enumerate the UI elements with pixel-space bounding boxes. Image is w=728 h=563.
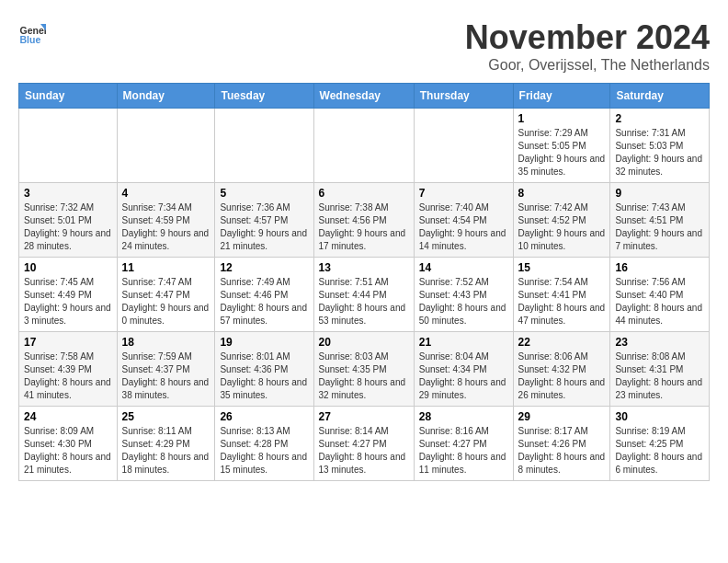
day-number: 20: [319, 336, 409, 349]
weekday-header-friday: Friday: [513, 84, 610, 109]
day-info: Sunrise: 8:19 AM Sunset: 4:25 PM Dayligh…: [615, 425, 704, 477]
day-info: Sunrise: 8:13 AM Sunset: 4:28 PM Dayligh…: [220, 425, 308, 477]
day-info: Sunrise: 7:31 AM Sunset: 5:03 PM Dayligh…: [615, 127, 704, 178]
calendar-cell: 26Sunrise: 8:13 AM Sunset: 4:28 PM Dayli…: [215, 407, 313, 481]
weekday-header-wednesday: Wednesday: [313, 84, 414, 109]
calendar-cell: 9Sunrise: 7:43 AM Sunset: 4:51 PM Daylig…: [610, 183, 710, 258]
logo: General Blue: [18, 18, 46, 46]
calendar-cell: 7Sunrise: 7:40 AM Sunset: 4:54 PM Daylig…: [414, 183, 513, 258]
day-number: 19: [220, 336, 308, 349]
calendar-cell: 4Sunrise: 7:34 AM Sunset: 4:59 PM Daylig…: [117, 183, 215, 258]
day-info: Sunrise: 7:47 AM Sunset: 4:47 PM Dayligh…: [122, 276, 210, 327]
day-info: Sunrise: 7:42 AM Sunset: 4:52 PM Dayligh…: [518, 201, 606, 253]
day-number: 21: [419, 336, 508, 349]
day-info: Sunrise: 7:29 AM Sunset: 5:05 PM Dayligh…: [518, 127, 606, 178]
day-number: 1: [518, 112, 606, 125]
calendar-week-row: 24Sunrise: 8:09 AM Sunset: 4:30 PM Dayli…: [19, 407, 710, 481]
calendar-cell: 21Sunrise: 8:04 AM Sunset: 4:34 PM Dayli…: [414, 332, 513, 407]
day-info: Sunrise: 7:36 AM Sunset: 4:57 PM Dayligh…: [220, 201, 308, 253]
day-info: Sunrise: 8:17 AM Sunset: 4:26 PM Dayligh…: [518, 425, 606, 477]
location-subtitle: Goor, Overijssel, The Netherlands: [465, 57, 710, 74]
day-info: Sunrise: 8:14 AM Sunset: 4:27 PM Dayligh…: [319, 425, 409, 477]
day-info: Sunrise: 7:40 AM Sunset: 4:54 PM Dayligh…: [419, 201, 508, 253]
calendar-cell: 30Sunrise: 8:19 AM Sunset: 4:25 PM Dayli…: [610, 407, 710, 481]
day-info: Sunrise: 8:03 AM Sunset: 4:35 PM Dayligh…: [319, 350, 409, 402]
calendar-cell: 17Sunrise: 7:58 AM Sunset: 4:39 PM Dayli…: [19, 332, 118, 407]
page-header: General Blue November 2024 Goor, Overijs…: [18, 18, 710, 74]
logo-icon: General Blue: [18, 18, 46, 46]
calendar-cell: 24Sunrise: 8:09 AM Sunset: 4:30 PM Dayli…: [19, 407, 118, 481]
calendar-cell: 11Sunrise: 7:47 AM Sunset: 4:47 PM Dayli…: [117, 258, 215, 332]
day-number: 17: [24, 336, 112, 349]
calendar-cell: [117, 109, 215, 183]
calendar-week-row: 3Sunrise: 7:32 AM Sunset: 5:01 PM Daylig…: [19, 183, 710, 258]
day-number: 18: [122, 336, 210, 349]
calendar-cell: [414, 109, 513, 183]
day-info: Sunrise: 8:11 AM Sunset: 4:29 PM Dayligh…: [122, 425, 210, 477]
calendar-cell: 10Sunrise: 7:45 AM Sunset: 4:49 PM Dayli…: [19, 258, 118, 332]
day-number: 22: [518, 336, 606, 349]
weekday-header-saturday: Saturday: [610, 84, 710, 109]
day-number: 10: [24, 261, 112, 274]
day-info: Sunrise: 7:52 AM Sunset: 4:43 PM Dayligh…: [419, 276, 508, 327]
weekday-header-tuesday: Tuesday: [215, 84, 313, 109]
day-number: 26: [220, 410, 308, 423]
calendar-cell: 16Sunrise: 7:56 AM Sunset: 4:40 PM Dayli…: [610, 258, 710, 332]
calendar-cell: 23Sunrise: 8:08 AM Sunset: 4:31 PM Dayli…: [610, 332, 710, 407]
calendar-cell: 3Sunrise: 7:32 AM Sunset: 5:01 PM Daylig…: [19, 183, 118, 258]
svg-text:Blue: Blue: [20, 34, 41, 45]
day-number: 30: [615, 410, 704, 423]
day-number: 7: [419, 187, 508, 200]
day-number: 16: [615, 261, 704, 274]
day-number: 28: [419, 410, 508, 423]
day-info: Sunrise: 8:01 AM Sunset: 4:36 PM Dayligh…: [220, 350, 308, 402]
weekday-header-monday: Monday: [117, 84, 215, 109]
day-number: 9: [615, 187, 704, 200]
day-number: 15: [518, 261, 606, 274]
day-info: Sunrise: 7:51 AM Sunset: 4:44 PM Dayligh…: [319, 276, 409, 327]
calendar-cell: 2Sunrise: 7:31 AM Sunset: 5:03 PM Daylig…: [610, 109, 710, 183]
day-info: Sunrise: 7:34 AM Sunset: 4:59 PM Dayligh…: [122, 201, 210, 253]
day-number: 2: [615, 112, 704, 125]
day-number: 4: [122, 187, 210, 200]
calendar-cell: 5Sunrise: 7:36 AM Sunset: 4:57 PM Daylig…: [215, 183, 313, 258]
day-info: Sunrise: 8:16 AM Sunset: 4:27 PM Dayligh…: [419, 425, 508, 477]
day-number: 8: [518, 187, 606, 200]
calendar-cell: 12Sunrise: 7:49 AM Sunset: 4:46 PM Dayli…: [215, 258, 313, 332]
day-info: Sunrise: 7:58 AM Sunset: 4:39 PM Dayligh…: [24, 350, 112, 402]
day-info: Sunrise: 7:38 AM Sunset: 4:56 PM Dayligh…: [319, 201, 409, 253]
day-info: Sunrise: 7:45 AM Sunset: 4:49 PM Dayligh…: [24, 276, 112, 327]
day-number: 27: [319, 410, 409, 423]
day-info: Sunrise: 7:49 AM Sunset: 4:46 PM Dayligh…: [220, 276, 308, 327]
calendar-header-row: SundayMondayTuesdayWednesdayThursdayFrid…: [19, 84, 710, 109]
calendar-week-row: 17Sunrise: 7:58 AM Sunset: 4:39 PM Dayli…: [19, 332, 710, 407]
day-info: Sunrise: 8:06 AM Sunset: 4:32 PM Dayligh…: [518, 350, 606, 402]
day-number: 12: [220, 261, 308, 274]
day-number: 25: [122, 410, 210, 423]
calendar-cell: 19Sunrise: 8:01 AM Sunset: 4:36 PM Dayli…: [215, 332, 313, 407]
title-block: November 2024 Goor, Overijssel, The Neth…: [465, 18, 710, 74]
calendar-cell: [313, 109, 414, 183]
day-info: Sunrise: 8:08 AM Sunset: 4:31 PM Dayligh…: [615, 350, 704, 402]
calendar-cell: 15Sunrise: 7:54 AM Sunset: 4:41 PM Dayli…: [513, 258, 610, 332]
calendar-cell: 14Sunrise: 7:52 AM Sunset: 4:43 PM Dayli…: [414, 258, 513, 332]
weekday-header-thursday: Thursday: [414, 84, 513, 109]
calendar-cell: 20Sunrise: 8:03 AM Sunset: 4:35 PM Dayli…: [313, 332, 414, 407]
calendar-cell: 27Sunrise: 8:14 AM Sunset: 4:27 PM Dayli…: [313, 407, 414, 481]
day-number: 11: [122, 261, 210, 274]
day-number: 13: [319, 261, 409, 274]
calendar-cell: [215, 109, 313, 183]
calendar-cell: 25Sunrise: 8:11 AM Sunset: 4:29 PM Dayli…: [117, 407, 215, 481]
day-info: Sunrise: 7:32 AM Sunset: 5:01 PM Dayligh…: [24, 201, 112, 253]
day-number: 5: [220, 187, 308, 200]
calendar-week-row: 1Sunrise: 7:29 AM Sunset: 5:05 PM Daylig…: [19, 109, 710, 183]
day-info: Sunrise: 7:54 AM Sunset: 4:41 PM Dayligh…: [518, 276, 606, 327]
day-info: Sunrise: 8:04 AM Sunset: 4:34 PM Dayligh…: [419, 350, 508, 402]
day-info: Sunrise: 7:56 AM Sunset: 4:40 PM Dayligh…: [615, 276, 704, 327]
calendar-cell: 8Sunrise: 7:42 AM Sunset: 4:52 PM Daylig…: [513, 183, 610, 258]
day-number: 29: [518, 410, 606, 423]
day-info: Sunrise: 7:59 AM Sunset: 4:37 PM Dayligh…: [122, 350, 210, 402]
calendar-cell: 13Sunrise: 7:51 AM Sunset: 4:44 PM Dayli…: [313, 258, 414, 332]
calendar-cell: 6Sunrise: 7:38 AM Sunset: 4:56 PM Daylig…: [313, 183, 414, 258]
weekday-header-sunday: Sunday: [19, 84, 118, 109]
